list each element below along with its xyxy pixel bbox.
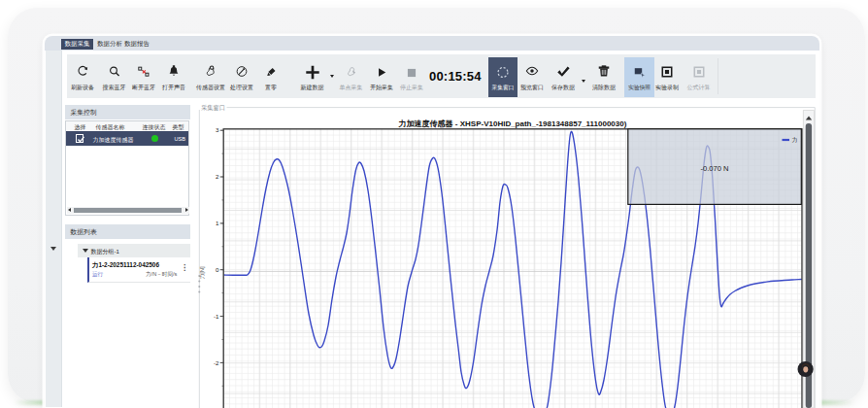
svg-text:-0.070 N: -0.070 N — [700, 164, 728, 173]
svg-text:-1: -1 — [214, 313, 219, 320]
svg-text:3: 3 — [216, 126, 219, 133]
svg-text:力[N]: 力[N] — [199, 266, 205, 280]
svg-text:采集窗口: 采集窗口 — [201, 104, 225, 112]
svg-text:-2: -2 — [214, 359, 219, 366]
svg-text:0: 0 — [216, 266, 219, 273]
svg-text:力加速度传感器 - XHSP-V10HID_path_-19: 力加速度传感器 - XHSP-V10HID_path_-1981348857_1… — [398, 119, 627, 128]
svg-text:2: 2 — [216, 173, 219, 180]
svg-text:力: 力 — [792, 137, 798, 143]
svg-text:1: 1 — [216, 220, 219, 226]
